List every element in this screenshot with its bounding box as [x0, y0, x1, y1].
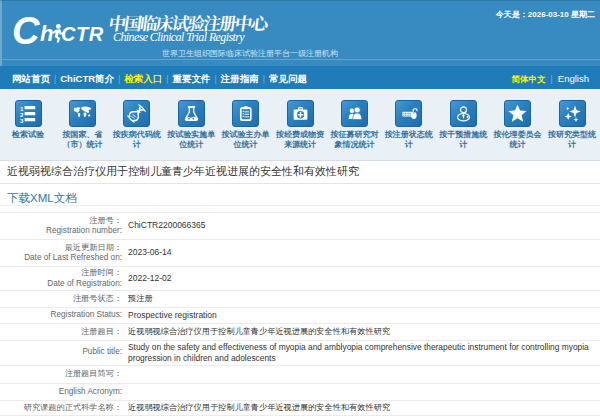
svg-text:3: 3: [20, 117, 24, 123]
